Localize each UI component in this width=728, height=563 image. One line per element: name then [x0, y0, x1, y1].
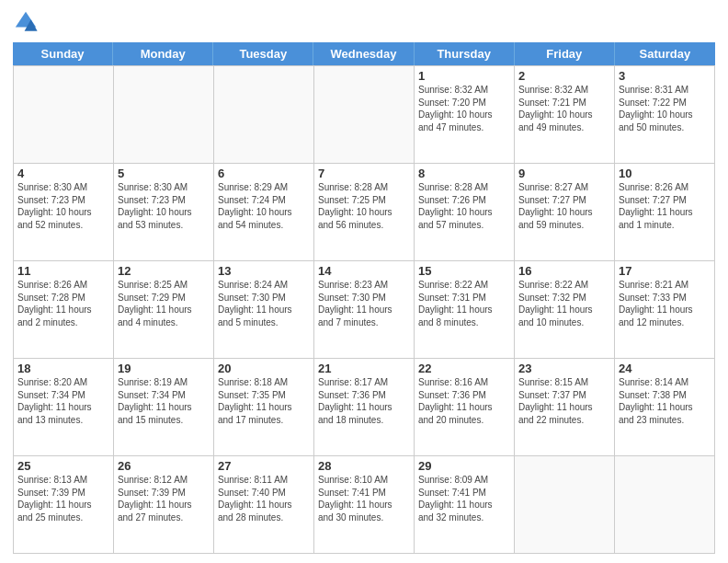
day-info: Sunrise: 8:29 AM Sunset: 7:24 PM Dayligh…	[218, 181, 310, 231]
calendar-day-empty	[14, 66, 114, 164]
calendar-row-3: 18Sunrise: 8:20 AM Sunset: 7:34 PM Dayli…	[14, 359, 715, 456]
day-info: Sunrise: 8:14 AM Sunset: 7:38 PM Dayligh…	[619, 376, 711, 426]
day-info: Sunrise: 8:22 AM Sunset: 7:32 PM Dayligh…	[518, 279, 610, 328]
day-number: 22	[418, 362, 510, 375]
day-info: Sunrise: 8:27 AM Sunset: 7:27 PM Dayligh…	[518, 181, 610, 231]
calendar-day-7: 7Sunrise: 8:28 AM Sunset: 7:25 PM Daylig…	[314, 164, 415, 261]
day-number: 11	[17, 264, 109, 278]
day-number: 5	[118, 167, 210, 180]
day-info: Sunrise: 8:30 AM Sunset: 7:23 PM Dayligh…	[17, 181, 109, 231]
day-info: Sunrise: 8:21 AM Sunset: 7:33 PM Dayligh…	[619, 279, 711, 328]
day-number: 19	[118, 362, 210, 375]
calendar-day-21: 21Sunrise: 8:17 AM Sunset: 7:36 PM Dayli…	[314, 359, 415, 456]
day-info: Sunrise: 8:30 AM Sunset: 7:23 PM Dayligh…	[118, 181, 210, 231]
day-number: 26	[118, 459, 210, 473]
day-info: Sunrise: 8:22 AM Sunset: 7:31 PM Dayligh…	[418, 279, 510, 328]
day-number: 15	[418, 264, 510, 278]
calendar-day-25: 25Sunrise: 8:13 AM Sunset: 7:39 PM Dayli…	[14, 456, 114, 554]
day-info: Sunrise: 8:15 AM Sunset: 7:37 PM Dayligh…	[518, 376, 610, 426]
day-number: 23	[518, 362, 610, 375]
day-info: Sunrise: 8:13 AM Sunset: 7:39 PM Dayligh…	[17, 474, 109, 523]
calendar-day-28: 28Sunrise: 8:10 AM Sunset: 7:41 PM Dayli…	[314, 456, 415, 554]
calendar-day-24: 24Sunrise: 8:14 AM Sunset: 7:38 PM Dayli…	[615, 359, 715, 456]
calendar-day-6: 6Sunrise: 8:29 AM Sunset: 7:24 PM Daylig…	[214, 164, 314, 261]
calendar-row-1: 4Sunrise: 8:30 AM Sunset: 7:23 PM Daylig…	[14, 164, 715, 261]
day-number: 4	[17, 167, 109, 180]
day-info: Sunrise: 8:26 AM Sunset: 7:28 PM Dayligh…	[17, 279, 109, 328]
calendar-day-2: 2Sunrise: 8:32 AM Sunset: 7:21 PM Daylig…	[515, 66, 615, 164]
calendar-day-16: 16Sunrise: 8:22 AM Sunset: 7:32 PM Dayli…	[515, 261, 615, 359]
day-info: Sunrise: 8:32 AM Sunset: 7:21 PM Dayligh…	[518, 84, 610, 133]
calendar-day-3: 3Sunrise: 8:31 AM Sunset: 7:22 PM Daylig…	[615, 66, 715, 164]
calendar-day-empty	[314, 66, 415, 164]
day-info: Sunrise: 8:32 AM Sunset: 7:20 PM Dayligh…	[418, 84, 510, 133]
day-number: 18	[17, 362, 109, 375]
weekday-header-thursday: Thursday	[415, 42, 515, 65]
day-info: Sunrise: 8:19 AM Sunset: 7:34 PM Dayligh…	[118, 376, 210, 426]
day-number: 27	[218, 459, 310, 473]
calendar-day-empty	[114, 66, 214, 164]
day-number: 24	[619, 362, 711, 375]
day-info: Sunrise: 8:20 AM Sunset: 7:34 PM Dayligh…	[17, 376, 109, 426]
calendar-day-empty	[515, 456, 615, 554]
day-info: Sunrise: 8:18 AM Sunset: 7:35 PM Dayligh…	[218, 376, 310, 426]
day-info: Sunrise: 8:12 AM Sunset: 7:39 PM Dayligh…	[118, 474, 210, 523]
logo	[13, 9, 42, 35]
day-info: Sunrise: 8:28 AM Sunset: 7:25 PM Dayligh…	[318, 181, 410, 231]
day-number: 16	[518, 264, 610, 278]
day-number: 6	[218, 167, 310, 180]
calendar: SundayMondayTuesdayWednesdayThursdayFrid…	[13, 42, 715, 554]
calendar-row-4: 25Sunrise: 8:13 AM Sunset: 7:39 PM Dayli…	[14, 456, 715, 554]
day-number: 14	[318, 264, 410, 278]
weekday-header-saturday: Saturday	[615, 42, 715, 65]
day-info: Sunrise: 8:10 AM Sunset: 7:41 PM Dayligh…	[318, 474, 410, 523]
calendar-day-4: 4Sunrise: 8:30 AM Sunset: 7:23 PM Daylig…	[14, 164, 114, 261]
calendar-header: SundayMondayTuesdayWednesdayThursdayFrid…	[13, 42, 715, 65]
calendar-day-1: 1Sunrise: 8:32 AM Sunset: 7:20 PM Daylig…	[415, 66, 515, 164]
calendar-day-29: 29Sunrise: 8:09 AM Sunset: 7:41 PM Dayli…	[415, 456, 515, 554]
calendar-day-20: 20Sunrise: 8:18 AM Sunset: 7:35 PM Dayli…	[214, 359, 314, 456]
calendar-day-9: 9Sunrise: 8:27 AM Sunset: 7:27 PM Daylig…	[515, 164, 615, 261]
day-info: Sunrise: 8:17 AM Sunset: 7:36 PM Dayligh…	[318, 376, 410, 426]
calendar-day-19: 19Sunrise: 8:19 AM Sunset: 7:34 PM Dayli…	[114, 359, 214, 456]
day-info: Sunrise: 8:11 AM Sunset: 7:40 PM Dayligh…	[218, 474, 310, 523]
day-number: 21	[318, 362, 410, 375]
day-info: Sunrise: 8:09 AM Sunset: 7:41 PM Dayligh…	[418, 474, 510, 523]
day-number: 28	[318, 459, 410, 473]
day-number: 20	[218, 362, 310, 375]
calendar-body: 1Sunrise: 8:32 AM Sunset: 7:20 PM Daylig…	[13, 65, 715, 554]
header	[13, 9, 715, 35]
page: SundayMondayTuesdayWednesdayThursdayFrid…	[0, 0, 728, 563]
day-number: 1	[418, 69, 510, 83]
day-number: 17	[619, 264, 711, 278]
day-number: 29	[418, 459, 510, 473]
calendar-day-27: 27Sunrise: 8:11 AM Sunset: 7:40 PM Dayli…	[214, 456, 314, 554]
day-info: Sunrise: 8:25 AM Sunset: 7:29 PM Dayligh…	[118, 279, 210, 328]
weekday-header-monday: Monday	[113, 42, 213, 65]
day-info: Sunrise: 8:24 AM Sunset: 7:30 PM Dayligh…	[218, 279, 310, 328]
calendar-day-empty	[214, 66, 314, 164]
calendar-day-10: 10Sunrise: 8:26 AM Sunset: 7:27 PM Dayli…	[615, 164, 715, 261]
calendar-day-11: 11Sunrise: 8:26 AM Sunset: 7:28 PM Dayli…	[14, 261, 114, 359]
day-number: 10	[619, 167, 711, 180]
calendar-day-18: 18Sunrise: 8:20 AM Sunset: 7:34 PM Dayli…	[14, 359, 114, 456]
weekday-header-sunday: Sunday	[13, 42, 113, 65]
calendar-day-23: 23Sunrise: 8:15 AM Sunset: 7:37 PM Dayli…	[515, 359, 615, 456]
calendar-day-15: 15Sunrise: 8:22 AM Sunset: 7:31 PM Dayli…	[415, 261, 515, 359]
calendar-day-13: 13Sunrise: 8:24 AM Sunset: 7:30 PM Dayli…	[214, 261, 314, 359]
day-number: 7	[318, 167, 410, 180]
day-number: 12	[118, 264, 210, 278]
weekday-header-wednesday: Wednesday	[313, 42, 414, 65]
calendar-day-12: 12Sunrise: 8:25 AM Sunset: 7:29 PM Dayli…	[114, 261, 214, 359]
day-number: 13	[218, 264, 310, 278]
logo-icon	[13, 9, 39, 35]
day-info: Sunrise: 8:23 AM Sunset: 7:30 PM Dayligh…	[318, 279, 410, 328]
calendar-row-2: 11Sunrise: 8:26 AM Sunset: 7:28 PM Dayli…	[14, 261, 715, 359]
calendar-day-empty	[615, 456, 715, 554]
weekday-header-tuesday: Tuesday	[213, 42, 313, 65]
calendar-day-5: 5Sunrise: 8:30 AM Sunset: 7:23 PM Daylig…	[114, 164, 214, 261]
calendar-day-17: 17Sunrise: 8:21 AM Sunset: 7:33 PM Dayli…	[615, 261, 715, 359]
calendar-day-8: 8Sunrise: 8:28 AM Sunset: 7:26 PM Daylig…	[415, 164, 515, 261]
day-number: 9	[518, 167, 610, 180]
calendar-day-26: 26Sunrise: 8:12 AM Sunset: 7:39 PM Dayli…	[114, 456, 214, 554]
